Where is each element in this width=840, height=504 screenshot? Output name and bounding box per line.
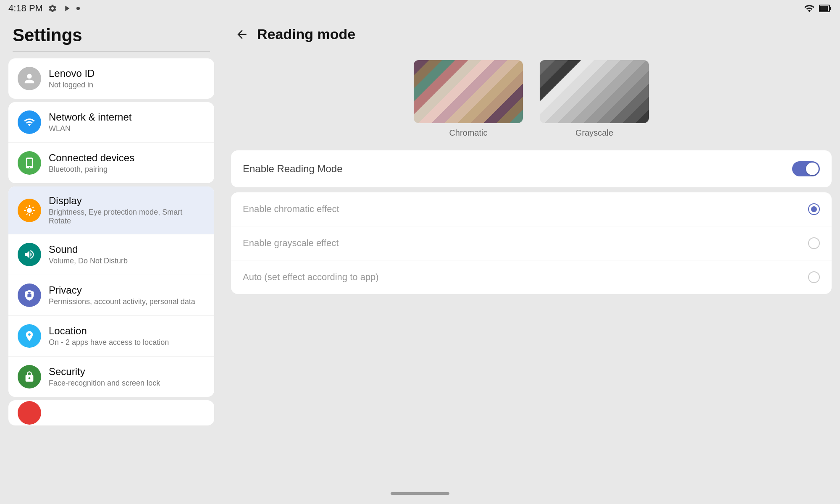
location-text: Location On - 2 apps have access to loca…	[49, 325, 169, 347]
security-sublabel: Face-recognition and screen lock	[49, 379, 160, 388]
lenovo-id-text: Lenovo ID Not logged in	[49, 68, 94, 89]
auto-effect-label: Auto (set effect according to app)	[243, 272, 379, 283]
bottom-bar	[0, 483, 840, 504]
home-indicator[interactable]	[391, 492, 449, 495]
privacy-sublabel: Permissions, account activity, personal …	[49, 297, 195, 306]
enable-reading-label: Enable Reading Mode	[243, 163, 343, 175]
settings-panel: Settings Lenovo ID Not logged in	[0, 17, 223, 483]
settings-item-lenovo-id[interactable]: Lenovo ID Not logged in	[8, 58, 214, 99]
chromatic-stripes	[414, 60, 523, 123]
network-icon	[18, 110, 41, 134]
enable-reading-row: Enable Reading Mode	[231, 150, 832, 187]
enable-reading-mode-card: Enable Reading Mode	[231, 150, 832, 187]
grayscale-preview-item[interactable]: Grayscale	[540, 60, 649, 138]
security-label: Security	[49, 366, 160, 378]
status-bar: 4:18 PM	[0, 0, 840, 17]
grayscale-effect-label: Enable grayscale effect	[243, 238, 339, 249]
location-sublabel: On - 2 apps have access to location	[49, 338, 169, 347]
settings-item-privacy[interactable]: Privacy Permissions, account activity, p…	[8, 275, 214, 316]
display-group-card: Display Brightness, Eye protection mode,…	[8, 186, 214, 397]
grayscale-stripes	[540, 60, 649, 123]
settings-item-network[interactable]: Network & internet WLAN	[8, 102, 214, 143]
privacy-label: Privacy	[49, 284, 195, 296]
location-label: Location	[49, 325, 169, 337]
security-text: Security Face-recognition and screen loc…	[49, 366, 160, 388]
reading-mode-title: Reading mode	[257, 26, 355, 42]
connected-devices-text: Connected devices Bluetooth, pairing	[49, 152, 134, 174]
sound-sublabel: Volume, Do Not Disturb	[49, 257, 128, 265]
grayscale-effect-row[interactable]: Enable grayscale effect	[231, 226, 832, 260]
settings-item-connected-devices[interactable]: Connected devices Bluetooth, pairing	[8, 143, 214, 183]
lenovo-id-icon	[18, 67, 41, 90]
time-display: 4:18 PM	[8, 3, 43, 14]
lenovo-id-card: Lenovo ID Not logged in	[8, 58, 214, 99]
settings-item-display[interactable]: Display Brightness, Eye protection mode,…	[8, 186, 214, 234]
connected-devices-sublabel: Bluetooth, pairing	[49, 165, 134, 174]
status-bar-left: 4:18 PM	[8, 3, 80, 14]
chromatic-effect-label: Enable chromatic effect	[243, 204, 339, 215]
network-card: Network & internet WLAN Connected device…	[8, 102, 214, 183]
grayscale-label: Grayscale	[575, 128, 613, 138]
chromatic-effect-row[interactable]: Enable chromatic effect	[231, 192, 832, 226]
connected-devices-label: Connected devices	[49, 152, 134, 164]
color-previews: Chromatic Grayscale	[223, 52, 840, 150]
toggle-knob	[806, 163, 819, 175]
network-label: Network & internet	[49, 111, 131, 123]
chromatic-label: Chromatic	[449, 128, 487, 138]
settings-item-location[interactable]: Location On - 2 apps have access to loca…	[8, 316, 214, 357]
display-sublabel: Brightness, Eye protection mode, Smart R…	[49, 208, 205, 226]
settings-icon	[48, 4, 57, 13]
privacy-icon	[18, 284, 41, 307]
status-bar-right	[804, 3, 832, 14]
lenovo-id-sublabel: Not logged in	[49, 81, 94, 89]
svg-rect-1	[820, 6, 828, 11]
partial-icon	[18, 401, 41, 425]
chromatic-radio[interactable]	[808, 203, 820, 215]
chromatic-preview-item[interactable]: Chromatic	[414, 60, 523, 138]
grayscale-radio[interactable]	[808, 237, 820, 249]
partial-settings-card	[8, 400, 214, 425]
display-icon	[18, 199, 41, 222]
notification-dot	[76, 7, 80, 10]
location-icon	[18, 324, 41, 348]
back-button[interactable]	[235, 28, 249, 41]
sound-text: Sound Volume, Do Not Disturb	[49, 244, 128, 265]
display-label: Display	[49, 195, 205, 207]
settings-title: Settings	[8, 21, 214, 48]
effect-options-card: Enable chromatic effect Enable grayscale…	[231, 192, 832, 294]
grayscale-preview-box	[540, 60, 649, 123]
security-icon	[18, 365, 41, 388]
svg-rect-2	[830, 7, 831, 10]
main-content: Settings Lenovo ID Not logged in	[0, 17, 840, 483]
sound-label: Sound	[49, 244, 128, 255]
connected-devices-icon	[18, 151, 41, 175]
reading-mode-header: Reading mode	[223, 17, 840, 52]
chromatic-preview-box	[414, 60, 523, 123]
reading-mode-toggle[interactable]	[792, 161, 820, 176]
wifi-icon	[804, 3, 815, 14]
network-text: Network & internet WLAN	[49, 111, 131, 133]
reading-mode-panel: Reading mode Chromatic Grayscale Enable …	[223, 17, 840, 483]
network-sublabel: WLAN	[49, 124, 131, 133]
play-icon	[62, 4, 71, 13]
partial-item-inner	[8, 400, 214, 425]
settings-divider	[13, 51, 210, 52]
settings-item-security[interactable]: Security Face-recognition and screen loc…	[8, 357, 214, 397]
settings-item-sound[interactable]: Sound Volume, Do Not Disturb	[8, 234, 214, 275]
privacy-text: Privacy Permissions, account activity, p…	[49, 284, 195, 306]
auto-effect-row[interactable]: Auto (set effect according to app)	[231, 260, 832, 294]
battery-icon	[819, 4, 832, 13]
lenovo-id-label: Lenovo ID	[49, 68, 94, 79]
auto-radio[interactable]	[808, 271, 820, 283]
sound-icon	[18, 243, 41, 266]
display-text: Display Brightness, Eye protection mode,…	[49, 195, 205, 226]
